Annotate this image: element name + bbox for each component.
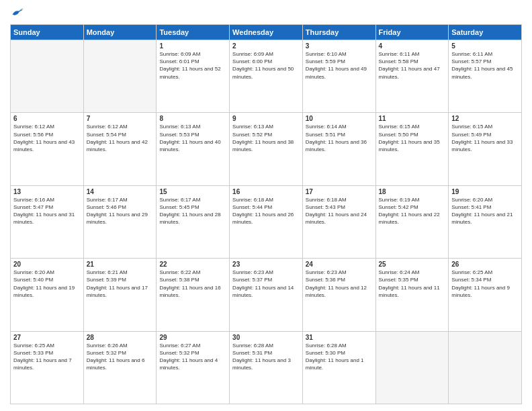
- day-info: Sunrise: 6:28 AMSunset: 5:31 PMDaylight:…: [232, 342, 300, 372]
- calendar-day-cell: 20Sunrise: 6:20 AMSunset: 5:40 PMDayligh…: [11, 259, 84, 331]
- day-number: 23: [232, 261, 300, 268]
- day-number: 19: [451, 188, 519, 195]
- calendar-day-header: Monday: [83, 25, 157, 40]
- day-number: 14: [87, 188, 154, 195]
- day-info: Sunrise: 6:26 AMSunset: 5:32 PMDaylight:…: [87, 342, 154, 372]
- calendar-day-cell: 30Sunrise: 6:28 AMSunset: 5:31 PMDayligh…: [230, 331, 303, 404]
- day-number: 1: [159, 42, 226, 50]
- day-info: Sunrise: 6:25 AMSunset: 5:33 PMDaylight:…: [13, 342, 81, 372]
- day-info: Sunrise: 6:13 AMSunset: 5:52 PMDaylight:…: [232, 123, 300, 153]
- calendar-day-header: Saturday: [449, 25, 522, 40]
- day-number: 29: [159, 334, 226, 341]
- calendar-week-row: 27Sunrise: 6:25 AMSunset: 5:33 PMDayligh…: [11, 331, 522, 404]
- day-number: 15: [159, 188, 226, 195]
- day-info: Sunrise: 6:28 AMSunset: 5:30 PMDaylight:…: [306, 342, 373, 372]
- day-info: Sunrise: 6:15 AMSunset: 5:50 PMDaylight:…: [379, 123, 446, 153]
- day-info: Sunrise: 6:25 AMSunset: 5:34 PMDaylight:…: [451, 269, 519, 299]
- day-info: Sunrise: 6:13 AMSunset: 5:53 PMDaylight:…: [159, 123, 226, 153]
- calendar-day-cell: 5Sunrise: 6:11 AMSunset: 5:57 PMDaylight…: [449, 40, 522, 113]
- day-number: 13: [13, 188, 81, 195]
- day-number: 10: [306, 115, 373, 122]
- day-info: Sunrise: 6:23 AMSunset: 5:36 PMDaylight:…: [306, 269, 373, 299]
- calendar-week-row: 1Sunrise: 6:09 AMSunset: 6:01 PMDaylight…: [11, 40, 522, 113]
- day-number: 21: [87, 261, 154, 268]
- day-number: 4: [379, 42, 446, 50]
- calendar-day-cell: 9Sunrise: 6:13 AMSunset: 5:52 PMDaylight…: [230, 113, 303, 185]
- day-info: Sunrise: 6:22 AMSunset: 5:38 PMDaylight:…: [159, 269, 226, 299]
- calendar-day-cell: 26Sunrise: 6:25 AMSunset: 5:34 PMDayligh…: [449, 259, 522, 331]
- calendar-day-cell: 11Sunrise: 6:15 AMSunset: 5:50 PMDayligh…: [375, 113, 449, 185]
- calendar-day-cell: [11, 40, 84, 113]
- day-number: 26: [451, 261, 519, 268]
- calendar-table: SundayMondayTuesdayWednesdayThursdayFrid…: [10, 24, 522, 404]
- calendar-day-cell: [375, 331, 449, 404]
- day-number: 17: [306, 188, 373, 195]
- logo: [10, 7, 26, 19]
- day-number: 22: [159, 261, 226, 268]
- calendar-day-cell: 10Sunrise: 6:14 AMSunset: 5:51 PMDayligh…: [302, 113, 375, 185]
- day-number: 20: [13, 261, 81, 268]
- day-number: 8: [159, 115, 226, 122]
- header: [10, 7, 522, 19]
- day-info: Sunrise: 6:19 AMSunset: 5:42 PMDaylight:…: [379, 196, 446, 226]
- calendar-day-cell: 17Sunrise: 6:18 AMSunset: 5:43 PMDayligh…: [302, 185, 375, 258]
- day-info: Sunrise: 6:12 AMSunset: 5:54 PMDaylight:…: [87, 123, 154, 153]
- day-info: Sunrise: 6:24 AMSunset: 5:35 PMDaylight:…: [379, 269, 446, 299]
- day-info: Sunrise: 6:23 AMSunset: 5:37 PMDaylight:…: [232, 269, 300, 299]
- page: SundayMondayTuesdayWednesdayThursdayFrid…: [0, 0, 532, 411]
- day-number: 2: [232, 42, 300, 50]
- day-info: Sunrise: 6:09 AMSunset: 6:00 PMDaylight:…: [232, 50, 300, 81]
- calendar-week-row: 6Sunrise: 6:12 AMSunset: 5:56 PMDaylight…: [11, 113, 522, 185]
- calendar-day-cell: 2Sunrise: 6:09 AMSunset: 6:00 PMDaylight…: [230, 40, 303, 113]
- day-info: Sunrise: 6:10 AMSunset: 5:59 PMDaylight:…: [306, 50, 373, 81]
- day-number: 31: [306, 334, 373, 341]
- calendar-day-cell: 28Sunrise: 6:26 AMSunset: 5:32 PMDayligh…: [83, 331, 157, 404]
- day-number: 12: [451, 115, 519, 122]
- day-number: 6: [13, 115, 81, 122]
- day-info: Sunrise: 6:14 AMSunset: 5:51 PMDaylight:…: [306, 123, 373, 153]
- day-info: Sunrise: 6:12 AMSunset: 5:56 PMDaylight:…: [13, 123, 81, 153]
- day-info: Sunrise: 6:18 AMSunset: 5:44 PMDaylight:…: [232, 196, 300, 226]
- day-info: Sunrise: 6:09 AMSunset: 6:01 PMDaylight:…: [159, 50, 226, 81]
- calendar-day-cell: 7Sunrise: 6:12 AMSunset: 5:54 PMDaylight…: [83, 113, 157, 185]
- day-number: 5: [451, 42, 519, 50]
- calendar-day-header: Thursday: [302, 25, 375, 40]
- calendar-day-cell: 31Sunrise: 6:28 AMSunset: 5:30 PMDayligh…: [302, 331, 375, 404]
- day-number: 11: [379, 115, 446, 122]
- calendar-day-cell: 21Sunrise: 6:21 AMSunset: 5:39 PMDayligh…: [83, 259, 157, 331]
- day-info: Sunrise: 6:20 AMSunset: 5:40 PMDaylight:…: [13, 269, 81, 299]
- calendar-day-header: Tuesday: [157, 25, 230, 40]
- day-number: 25: [379, 261, 446, 268]
- calendar-day-cell: 16Sunrise: 6:18 AMSunset: 5:44 PMDayligh…: [230, 185, 303, 258]
- day-info: Sunrise: 6:27 AMSunset: 5:32 PMDaylight:…: [159, 342, 226, 372]
- calendar-day-header: Sunday: [11, 25, 84, 40]
- calendar-week-row: 20Sunrise: 6:20 AMSunset: 5:40 PMDayligh…: [11, 259, 522, 331]
- calendar-day-cell: 23Sunrise: 6:23 AMSunset: 5:37 PMDayligh…: [230, 259, 303, 331]
- calendar-day-cell: 27Sunrise: 6:25 AMSunset: 5:33 PMDayligh…: [11, 331, 84, 404]
- day-info: Sunrise: 6:20 AMSunset: 5:41 PMDaylight:…: [451, 196, 519, 226]
- calendar-day-header: Friday: [375, 25, 449, 40]
- calendar-day-cell: 13Sunrise: 6:16 AMSunset: 5:47 PMDayligh…: [11, 185, 84, 258]
- day-number: 27: [13, 334, 81, 341]
- day-info: Sunrise: 6:18 AMSunset: 5:43 PMDaylight:…: [306, 196, 373, 226]
- calendar-day-cell: 19Sunrise: 6:20 AMSunset: 5:41 PMDayligh…: [449, 185, 522, 258]
- day-info: Sunrise: 6:17 AMSunset: 5:46 PMDaylight:…: [87, 196, 154, 226]
- logo-bird-icon: [10, 7, 24, 19]
- day-info: Sunrise: 6:16 AMSunset: 5:47 PMDaylight:…: [13, 196, 81, 226]
- calendar-day-cell: 3Sunrise: 6:10 AMSunset: 5:59 PMDaylight…: [302, 40, 375, 113]
- calendar-day-cell: 12Sunrise: 6:15 AMSunset: 5:49 PMDayligh…: [449, 113, 522, 185]
- calendar-day-cell: 24Sunrise: 6:23 AMSunset: 5:36 PMDayligh…: [302, 259, 375, 331]
- calendar-week-row: 13Sunrise: 6:16 AMSunset: 5:47 PMDayligh…: [11, 185, 522, 258]
- day-number: 30: [232, 334, 300, 341]
- day-number: 3: [306, 42, 373, 50]
- calendar-day-cell: 29Sunrise: 6:27 AMSunset: 5:32 PMDayligh…: [157, 331, 230, 404]
- day-info: Sunrise: 6:21 AMSunset: 5:39 PMDaylight:…: [87, 269, 154, 299]
- calendar-day-header: Wednesday: [230, 25, 303, 40]
- calendar-day-cell: 22Sunrise: 6:22 AMSunset: 5:38 PMDayligh…: [157, 259, 230, 331]
- calendar-day-cell: 4Sunrise: 6:11 AMSunset: 5:58 PMDaylight…: [375, 40, 449, 113]
- calendar-day-cell: [83, 40, 157, 113]
- calendar-day-cell: 15Sunrise: 6:17 AMSunset: 5:45 PMDayligh…: [157, 185, 230, 258]
- day-info: Sunrise: 6:11 AMSunset: 5:57 PMDaylight:…: [451, 50, 519, 81]
- calendar-header-row: SundayMondayTuesdayWednesdayThursdayFrid…: [11, 25, 522, 40]
- calendar-day-cell: 6Sunrise: 6:12 AMSunset: 5:56 PMDaylight…: [11, 113, 84, 185]
